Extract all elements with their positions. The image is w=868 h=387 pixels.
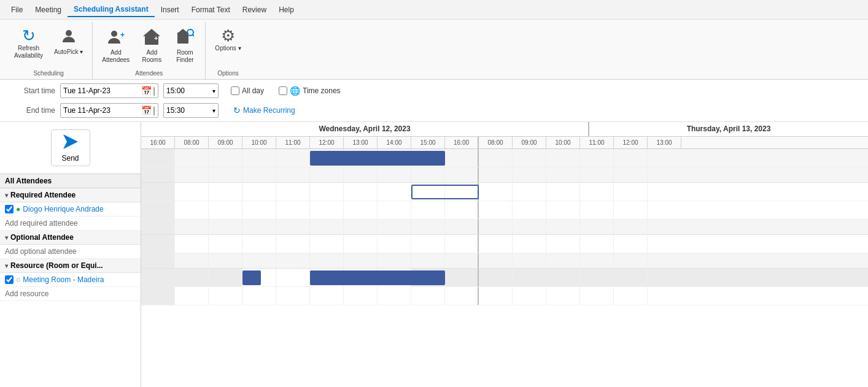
cell-rsh-c10 xyxy=(479,253,513,268)
send-label: Send xyxy=(61,154,79,163)
start-date-input[interactable]: Tue 11-Apr-23 📅 | xyxy=(60,83,158,98)
cell-rsh-c9 xyxy=(445,253,479,268)
add-resource-row[interactable]: Add resource xyxy=(0,287,141,301)
cell-rh-c12 xyxy=(546,167,580,182)
cell-rh-c3 xyxy=(242,167,276,182)
end-time-arrow-icon: ▾ xyxy=(212,107,215,114)
main-content: Start time Tue 11-Apr-23 📅 | 15:00 ▾ All… xyxy=(0,80,868,387)
start-date-calendar-icon[interactable]: 📅 xyxy=(141,86,152,96)
left-panel: Send All Attendees ▾ Required Attendee ●… xyxy=(0,122,141,387)
cell-d-c12 xyxy=(546,183,580,201)
start-date-separator-icon: | xyxy=(153,86,155,96)
time-zones-checkbox[interactable] xyxy=(279,86,287,95)
cell-ao-c11 xyxy=(513,235,546,253)
cell-ar-c13 xyxy=(580,201,614,219)
cell-ares-c15 xyxy=(648,287,868,305)
ribbon-group-options: ⚙ Options ▾ Options xyxy=(206,22,250,79)
options-group-label: Options xyxy=(211,70,245,77)
add-required-attendee-row[interactable]: Add required attendee xyxy=(0,216,141,231)
start-time-dropdown[interactable]: 15:00 ▾ xyxy=(163,83,219,98)
cell-oh-c13 xyxy=(580,220,614,234)
add-required-grid-row xyxy=(141,201,868,220)
all-day-checkbox[interactable] xyxy=(231,86,239,95)
end-time-dropdown[interactable]: 15:30 ▾ xyxy=(163,103,219,118)
end-date-calendar-icon[interactable]: 📅 xyxy=(141,105,152,115)
cell-d-c5 xyxy=(310,183,344,201)
cell-r0-c10 xyxy=(479,149,513,167)
add-optional-grid-row xyxy=(141,235,868,253)
attendee-diogo-checkbox[interactable] xyxy=(5,205,14,213)
ribbon-group-attendees: + AddAttendees + AddRooms RoomFinder Att… xyxy=(93,22,206,79)
start-date-value: Tue 11-Apr-23 xyxy=(63,86,110,95)
cell-d-c14 xyxy=(614,183,648,201)
cell-rsh-c3 xyxy=(242,253,276,268)
cell-rh-c6 xyxy=(344,167,378,182)
ribbon-attendees-buttons: + AddAttendees + AddRooms RoomFinder xyxy=(98,25,200,69)
cell-d-c7 xyxy=(378,183,411,201)
required-attendee-section-header[interactable]: ▾ Required Attendee xyxy=(0,188,141,202)
cell-ar-c1 xyxy=(175,201,209,219)
menu-help[interactable]: Help xyxy=(273,3,300,17)
wednesday-header: Wednesday, April 12, 2023 xyxy=(141,122,589,136)
cell-ar-c15 xyxy=(648,201,868,219)
make-recurring-button[interactable]: ↻ Make Recurring xyxy=(233,105,295,115)
room-finder-button[interactable]: RoomFinder xyxy=(169,25,200,69)
resource-section-header[interactable]: ▾ Resource (Room or Equi... xyxy=(0,259,141,273)
menu-insert[interactable]: Insert xyxy=(155,3,185,17)
optional-attendee-section-header[interactable]: ▾ Optional Attendee xyxy=(0,231,141,245)
add-attendees-button[interactable]: + AddAttendees xyxy=(98,25,134,69)
scheduling-group-label: Scheduling xyxy=(10,70,87,77)
attendee-meeting-room-checkbox[interactable] xyxy=(5,275,14,284)
add-optional-attendee-label: Add optional attendee xyxy=(5,247,77,256)
datetime-bar: Start time Tue 11-Apr-23 📅 | 15:00 ▾ All… xyxy=(0,80,868,122)
cell-d-c0 xyxy=(141,183,175,201)
options-button[interactable]: ⚙ Options ▾ xyxy=(211,25,245,69)
end-date-input[interactable]: Tue 11-Apr-23 📅 | xyxy=(60,103,158,118)
cell-mr-c1 xyxy=(175,269,209,286)
cell-rh-c0 xyxy=(141,167,175,182)
menu-format-text[interactable]: Format Text xyxy=(185,3,236,17)
attendee-row-meeting-room[interactable]: ○ Meeting Room - Madeira xyxy=(0,273,141,287)
cell-d-c6 xyxy=(344,183,378,201)
cell-oh-c15 xyxy=(648,220,868,234)
required-header-grid-row xyxy=(141,167,868,183)
add-attendees-label: AddAttendees xyxy=(102,49,130,64)
cell-rh-c1 xyxy=(175,167,209,182)
svg-marker-10 xyxy=(63,134,78,149)
time-12-thu: 12:00 xyxy=(614,137,648,148)
cell-d-c3 xyxy=(242,183,276,201)
cell-ar-c8 xyxy=(411,201,445,219)
svg-rect-6 xyxy=(177,33,188,44)
cell-r0-c11 xyxy=(513,149,546,167)
end-date-separator-icon: | xyxy=(153,105,155,115)
required-attendee-label: Required Attendee xyxy=(10,191,76,199)
menu-review[interactable]: Review xyxy=(236,3,273,17)
cell-mr-c14 xyxy=(614,269,648,286)
svg-text:+: + xyxy=(120,31,125,39)
refresh-availability-button[interactable]: ↻ RefreshAvailability xyxy=(10,25,47,69)
cell-ares-c11 xyxy=(513,287,546,305)
add-resource-grid-row xyxy=(141,287,868,305)
cell-rsh-c13 xyxy=(580,253,614,268)
time-16-wed-prev: 16:00 xyxy=(141,137,175,148)
ribbon: ↻ RefreshAvailability AutoPick ▾ Schedul… xyxy=(0,20,868,80)
cell-oh-c12 xyxy=(546,220,580,234)
menu-scheduling-assistant[interactable]: Scheduling Assistant xyxy=(68,2,155,17)
body-area: Send All Attendees ▾ Required Attendee ●… xyxy=(0,122,868,387)
send-button[interactable]: Send xyxy=(51,129,90,166)
menu-file[interactable]: File xyxy=(5,3,29,17)
cell-ar-c2 xyxy=(209,201,242,219)
attendee-row-diogo[interactable]: ● Diogo Henrique Andrade xyxy=(0,202,141,216)
calendar-area: Wednesday, April 12, 2023 Thursday, Apri… xyxy=(141,122,868,387)
add-rooms-button[interactable]: + AddRooms xyxy=(136,25,167,69)
autopick-button[interactable]: AutoPick ▾ xyxy=(50,25,87,69)
time-10-thu: 10:00 xyxy=(546,137,580,148)
menu-meeting[interactable]: Meeting xyxy=(29,3,68,17)
cell-ao-c4 xyxy=(276,235,310,253)
start-time-arrow-icon: ▾ xyxy=(212,88,215,94)
cell-rsh-c11 xyxy=(513,253,546,268)
add-optional-attendee-row[interactable]: Add optional attendee xyxy=(0,245,141,259)
cell-ao-c5 xyxy=(310,235,344,253)
attendee-meeting-room-name: Meeting Room - Madeira xyxy=(23,275,104,284)
cell-d-c4 xyxy=(276,183,310,201)
